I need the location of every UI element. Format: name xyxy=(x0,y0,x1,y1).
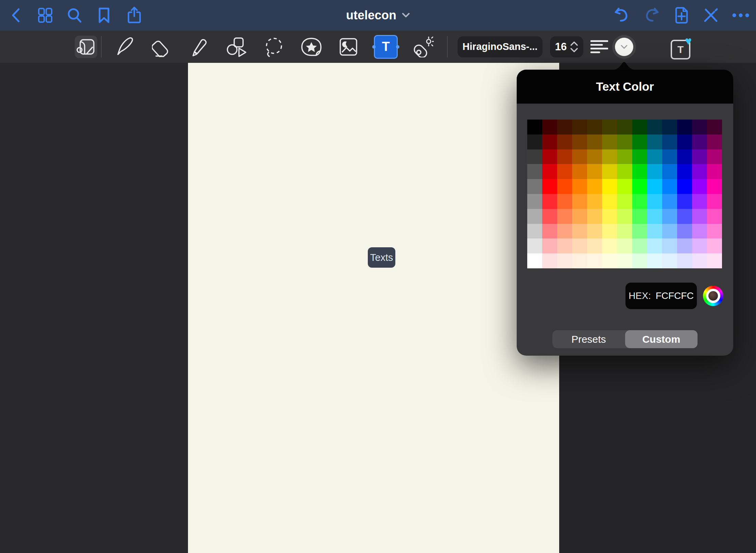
document-title-button[interactable]: utelecon xyxy=(346,8,410,22)
color-swatch[interactable] xyxy=(647,120,662,135)
color-swatch[interactable] xyxy=(557,120,572,135)
color-swatch[interactable] xyxy=(527,120,542,135)
color-swatch[interactable] xyxy=(572,194,587,209)
color-swatch[interactable] xyxy=(542,194,557,209)
color-swatch[interactable] xyxy=(542,135,557,149)
shapes-tool[interactable] xyxy=(226,37,247,57)
color-swatch[interactable] xyxy=(602,120,617,135)
page-view-tool[interactable] xyxy=(76,37,96,57)
color-swatch[interactable] xyxy=(692,224,707,239)
color-swatch[interactable] xyxy=(557,194,572,209)
color-swatch[interactable] xyxy=(662,194,677,209)
color-swatch[interactable] xyxy=(572,120,587,135)
presets-tab[interactable]: Presets xyxy=(552,330,625,348)
color-swatch[interactable] xyxy=(692,194,707,209)
color-swatch[interactable] xyxy=(617,253,632,268)
color-swatch[interactable] xyxy=(662,120,677,135)
color-swatch[interactable] xyxy=(692,164,707,179)
color-swatch[interactable] xyxy=(692,179,707,194)
undo-icon[interactable] xyxy=(613,8,630,23)
color-swatch[interactable] xyxy=(647,224,662,239)
color-swatch[interactable] xyxy=(542,253,557,268)
color-swatch[interactable] xyxy=(632,224,647,239)
hex-input[interactable]: HEX: FCFCFC xyxy=(625,283,697,309)
color-swatch[interactable] xyxy=(542,179,557,194)
color-swatch[interactable] xyxy=(707,238,722,253)
color-swatch[interactable] xyxy=(632,253,647,268)
color-swatch[interactable] xyxy=(527,238,542,253)
pen-tool[interactable] xyxy=(115,37,134,57)
color-swatch[interactable] xyxy=(677,238,692,253)
color-swatch[interactable] xyxy=(632,194,647,209)
color-swatch[interactable] xyxy=(587,120,602,135)
color-swatch[interactable] xyxy=(662,238,677,253)
color-swatch[interactable] xyxy=(632,164,647,179)
share-icon[interactable] xyxy=(127,7,141,24)
color-swatch[interactable] xyxy=(572,135,587,149)
color-swatch[interactable] xyxy=(587,209,602,224)
font-size-stepper[interactable]: 16 xyxy=(550,36,583,57)
color-swatch[interactable] xyxy=(617,194,632,209)
color-swatch[interactable] xyxy=(692,135,707,149)
color-swatch[interactable] xyxy=(527,135,542,149)
color-swatch[interactable] xyxy=(632,120,647,135)
color-swatch[interactable] xyxy=(542,209,557,224)
color-swatch[interactable] xyxy=(572,238,587,253)
color-swatch[interactable] xyxy=(632,149,647,164)
back-icon[interactable] xyxy=(11,8,20,23)
color-swatch[interactable] xyxy=(617,238,632,253)
color-swatch[interactable] xyxy=(707,194,722,209)
redo-icon[interactable] xyxy=(644,8,660,23)
color-swatch[interactable] xyxy=(587,253,602,268)
color-swatch[interactable] xyxy=(572,209,587,224)
color-swatch[interactable] xyxy=(647,194,662,209)
custom-tab[interactable]: Custom xyxy=(625,330,698,348)
color-swatch[interactable] xyxy=(557,209,572,224)
color-swatch[interactable] xyxy=(557,253,572,268)
color-swatch[interactable] xyxy=(647,135,662,149)
color-swatch[interactable] xyxy=(557,238,572,253)
color-swatch[interactable] xyxy=(692,209,707,224)
color-wheel-icon[interactable] xyxy=(703,286,723,306)
color-swatch[interactable] xyxy=(662,164,677,179)
add-page-icon[interactable] xyxy=(675,7,688,24)
color-swatch[interactable] xyxy=(602,179,617,194)
color-swatch[interactable] xyxy=(662,149,677,164)
color-swatch[interactable] xyxy=(707,253,722,268)
color-swatch[interactable] xyxy=(647,149,662,164)
more-icon[interactable] xyxy=(732,13,750,18)
color-swatch[interactable] xyxy=(527,179,542,194)
color-swatch[interactable] xyxy=(602,253,617,268)
color-swatch[interactable] xyxy=(632,179,647,194)
color-swatch[interactable] xyxy=(572,253,587,268)
color-swatch[interactable] xyxy=(527,209,542,224)
color-swatch[interactable] xyxy=(557,149,572,164)
color-swatch[interactable] xyxy=(572,164,587,179)
color-swatch[interactable] xyxy=(602,135,617,149)
color-swatch[interactable] xyxy=(587,224,602,239)
color-swatch[interactable] xyxy=(572,224,587,239)
search-icon[interactable] xyxy=(67,7,82,23)
color-swatch[interactable] xyxy=(572,179,587,194)
color-swatch[interactable] xyxy=(542,120,557,135)
notebook-page[interactable] xyxy=(188,63,559,553)
color-swatch[interactable] xyxy=(647,238,662,253)
color-swatch[interactable] xyxy=(677,224,692,239)
color-swatch[interactable] xyxy=(662,253,677,268)
color-swatch[interactable] xyxy=(557,135,572,149)
color-swatch[interactable] xyxy=(677,164,692,179)
color-swatch[interactable] xyxy=(707,135,722,149)
color-swatch[interactable] xyxy=(527,253,542,268)
color-swatch[interactable] xyxy=(677,120,692,135)
color-swatch[interactable] xyxy=(572,149,587,164)
color-swatch[interactable] xyxy=(707,120,722,135)
color-swatch[interactable] xyxy=(527,194,542,209)
color-swatch[interactable] xyxy=(617,149,632,164)
color-swatch[interactable] xyxy=(542,238,557,253)
color-swatch[interactable] xyxy=(707,164,722,179)
color-swatch[interactable] xyxy=(692,238,707,253)
color-swatch[interactable] xyxy=(557,179,572,194)
color-swatch[interactable] xyxy=(527,164,542,179)
color-swatch[interactable] xyxy=(587,194,602,209)
pages-grid-icon[interactable] xyxy=(38,8,53,23)
